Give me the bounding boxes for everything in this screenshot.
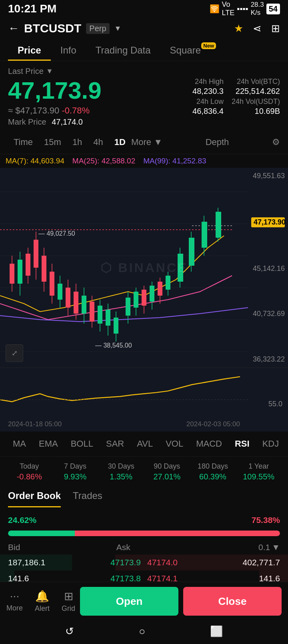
expand-button[interactable]: ⤢ [6, 344, 23, 362]
buy-percentage: 24.62% [8, 515, 36, 525]
bid-header: Bid [8, 543, 20, 552]
buy-sell-bar [8, 531, 280, 536]
rsi-dates: 2024-01-18 05:00 2024-02-03 05:00 [0, 420, 248, 428]
svg-rect-19 [42, 256, 46, 282]
square-badge: New [201, 42, 216, 49]
tab-trading-data[interactable]: Trading Data [86, 39, 160, 61]
ind-tab-ema[interactable]: EMA [32, 436, 64, 451]
svg-rect-46 [150, 286, 154, 302]
svg-rect-10 [10, 264, 14, 284]
ind-tab-sar[interactable]: SAR [100, 436, 130, 451]
ctrl-more[interactable]: More ▼ [131, 137, 162, 147]
chart-controls: Time 15m 1h 4h 1D More ▼ Depth ⚙ [0, 131, 288, 154]
rsi-section: RSI(6): 89.26 55.0 2024-01-18 05:00 2024… [0, 368, 288, 431]
price-label-3: 45,142.16 [251, 264, 285, 273]
ind-tab-o[interactable]: O [285, 436, 288, 451]
ctrl-4h[interactable]: 4h [88, 135, 108, 150]
svg-rect-40 [126, 298, 130, 316]
ctrl-time[interactable]: Time [8, 135, 38, 150]
svg-rect-35 [106, 310, 110, 326]
main-price: 47,173.9 [8, 78, 102, 104]
svg-rect-25 [66, 288, 70, 308]
svg-rect-52 [178, 254, 183, 282]
status-bar: 10:21 PM 🛜 VoLTE ▪▪▪▪ 28.3K/s 54 [0, 0, 288, 18]
ind-tab-kdj[interactable]: KDJ [256, 436, 286, 451]
back-system-icon[interactable]: ↺ [65, 625, 74, 638]
status-time: 10:21 PM [8, 2, 56, 15]
ind-tab-rsi[interactable]: RSI [228, 436, 256, 451]
ask-header: Ask [116, 543, 130, 552]
tab-square[interactable]: Square New [160, 39, 217, 61]
ind-tab-vol[interactable]: VOL [159, 436, 190, 451]
rsi-right-label: 55.0 [268, 400, 282, 408]
back-button[interactable]: ← [8, 22, 19, 35]
tab-trades[interactable]: Trades [73, 490, 102, 507]
vol-usdt-label: 24h Vol(USDT) [232, 97, 280, 106]
close-button[interactable]: Close [183, 587, 282, 616]
ctrl-1d[interactable]: 1D [109, 135, 131, 150]
svg-rect-23 [58, 284, 62, 300]
ma25-indicator: MA(25): 42,588.02 [72, 157, 135, 165]
last-price-dropdown-icon[interactable]: ▼ [46, 67, 53, 76]
ma99-indicator: MA(99): 41,252.83 [143, 157, 206, 165]
perf-90d: 90 Days 27.01% [144, 462, 190, 481]
ctrl-15m[interactable]: 15m [38, 135, 67, 150]
ind-tab-boll[interactable]: BOLL [64, 436, 100, 451]
grid-view-icon[interactable]: ⊞ [271, 22, 280, 35]
nav-more[interactable]: ··· More [6, 590, 23, 613]
pair-type[interactable]: Perp [86, 23, 109, 34]
price-label-current: 47,173.90 [251, 217, 285, 227]
ind-tab-ma[interactable]: MA [6, 436, 32, 451]
svg-rect-44 [142, 290, 146, 306]
svg-rect-42 [134, 292, 138, 308]
svg-rect-58 [216, 212, 221, 238]
rsi-date2: 2024-02-03 05:00 [186, 420, 240, 428]
sell-percentage: 75.38% [252, 515, 280, 525]
battery-icon: 54 [266, 4, 280, 14]
favorite-icon[interactable]: ★ [234, 22, 243, 35]
size-dropdown-icon[interactable]: ▼ [272, 543, 280, 552]
nav-grid[interactable]: ⊞ Grid [62, 590, 75, 613]
header: ← BTCUSDT Perp ▼ ★ ⋖ ⊞ [0, 18, 288, 39]
indicator-tabs: MA EMA BOLL SAR AVL VOL MACD RSI KDJ O 📊 [0, 431, 288, 457]
share-icon[interactable]: ⋖ [253, 22, 262, 35]
high-value: 48,230.3 [175, 87, 224, 96]
svg-rect-56 [202, 222, 207, 248]
wifi-icon: 🛜 [210, 4, 220, 14]
last-price-label: Last Price [8, 67, 44, 76]
svg-rect-21 [50, 272, 54, 296]
tab-info[interactable]: Info [51, 39, 86, 61]
nav-alert[interactable]: 🔔 Alert [35, 590, 50, 613]
svg-rect-37 [114, 318, 118, 334]
tab-order-book[interactable]: Order Book [8, 490, 61, 507]
section-tabs: Order Book Trades [0, 485, 288, 507]
perf-today: Today -0.86% [6, 462, 52, 481]
svg-rect-16 [34, 240, 38, 268]
price-label-1: 49,551.63 [251, 172, 285, 180]
bottom-buttons: ··· More 🔔 Alert ⊞ Grid Open Close [0, 582, 288, 620]
recents-system-icon[interactable]: ⬜ [210, 625, 223, 638]
ctrl-1h[interactable]: 1h [67, 135, 88, 150]
svg-rect-14 [26, 254, 30, 276]
grid-icon: ⊞ [64, 590, 73, 603]
signal-text: VoLTE [222, 0, 235, 17]
ind-tab-avl[interactable]: AVL [130, 436, 159, 451]
price-label-4: 40,732.69 [251, 310, 285, 318]
size-selector[interactable]: 0.1 ▼ [258, 543, 280, 552]
usd-price: ≈ $47,173.90 [8, 105, 59, 115]
high-label: 24h High [175, 78, 224, 86]
tab-price[interactable]: Price [8, 39, 51, 61]
chart-area[interactable]: — 49,027.50 — 38,545.00 [0, 168, 288, 368]
settings-icon[interactable]: ⚙ [272, 137, 280, 147]
ctrl-depth[interactable]: Depth [206, 137, 229, 147]
ma7-indicator: MA(7): 44,603.94 [6, 157, 64, 165]
home-system-icon[interactable]: ○ [139, 625, 145, 638]
pair-name: BTCUSDT [24, 22, 81, 35]
chart-price-labels: 49,551.63 47,173.90 45,142.16 40,732.69 … [248, 168, 288, 368]
rsi-date1: 2024-01-18 05:00 [8, 420, 62, 428]
open-button[interactable]: Open [80, 587, 178, 616]
svg-rect-54 [189, 238, 194, 266]
dropdown-arrow-icon[interactable]: ▼ [114, 24, 122, 33]
ind-tab-macd[interactable]: MACD [190, 436, 228, 451]
sell-bar [75, 531, 280, 536]
